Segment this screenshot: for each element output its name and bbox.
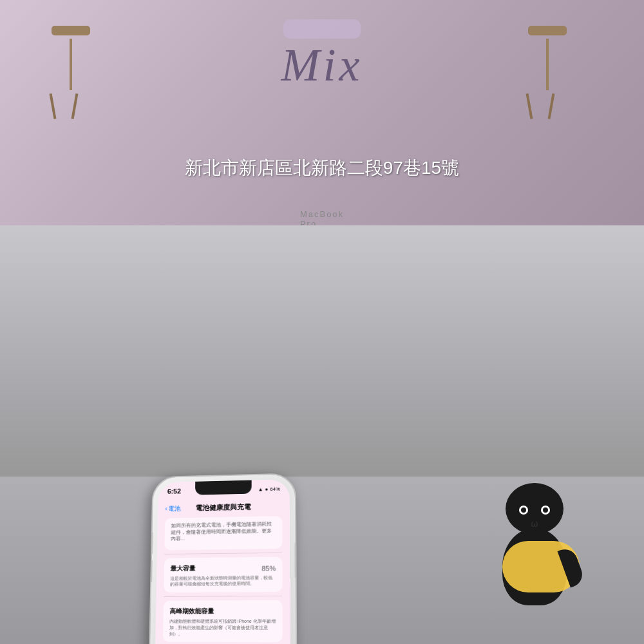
cat-ear-right: [535, 486, 551, 502]
signal-icon: ●: [265, 486, 268, 492]
scene-background: Mix 新北市新店區北新路二段97巷15號 MacBook Pro ~ ! @ …: [0, 0, 644, 644]
stool-right: [528, 26, 567, 116]
back-button[interactable]: ‹ 電池: [165, 504, 181, 513]
peak-performance-section: 高峰期效能容量 內建動態軟體和硬體系統可抵銷因 iPhone 化學年齡增加，對執…: [163, 600, 283, 643]
divider-1: [164, 552, 282, 554]
back-arrow-icon: ‹: [165, 506, 167, 512]
volume-button-2[interactable]: [149, 560, 153, 582]
store-name: Mix: [281, 39, 363, 92]
battery-percentage: 85%: [261, 564, 276, 572]
volume-button-1[interactable]: [150, 533, 153, 554]
battery-icon: 64%: [270, 486, 280, 492]
max-capacity-title: 最大容量: [170, 564, 195, 573]
max-capacity-desc: 這是相較於電池為全新狀態時測量的電池容量，較低的容量可能會縮短每次充電後的使用時…: [170, 574, 276, 588]
cat-eyes: [519, 506, 550, 515]
macbook-body: ~ ! @ # $ 5 ^ & * ( ) tab Q W E: [0, 225, 644, 644]
cat-body: [502, 528, 567, 605]
peak-performance-title: 高峰期效能容量: [169, 607, 276, 616]
back-label: 電池: [169, 504, 181, 513]
cat-mouth: ω: [531, 518, 538, 529]
cat-ear-left: [518, 486, 534, 502]
nav-bar: ‹ 電池 電池健康度與充電: [165, 502, 282, 513]
cat-eye-right: [541, 506, 550, 515]
status-icons: ▲ ● 64%: [258, 486, 280, 492]
wifi-icon: ▲: [258, 486, 263, 492]
battery-settings-screen: ‹ 電池 電池健康度與充電 如同所有的充電式電池，手機電池隨著消耗性組件，會隨著…: [153, 497, 291, 644]
cat-eye-left: [519, 506, 528, 515]
divider-2: [164, 596, 282, 597]
iphone-body: 6:52 ▲ ● 64% ‹ 電池: [146, 473, 298, 644]
cat-head: ω: [506, 483, 564, 535]
store-sign: Mix: [283, 19, 361, 39]
battery-description: 如同所有的充電式電池，手機電池隨著消耗性組件，會隨著使用時間而逐漸降低效能。更多…: [171, 521, 276, 542]
max-capacity-section: 最大容量 85% 這是相較於電池為全新狀態時測量的電池容量，較低的容量可能會縮短…: [164, 556, 282, 592]
nav-title: 電池健康度與充電: [196, 502, 251, 513]
iphone-notch: [195, 480, 252, 495]
iphone-screen: 6:52 ▲ ● 64% ‹ 電池: [153, 479, 291, 644]
stool-left: [52, 26, 90, 116]
cat-figurine: ω: [489, 477, 580, 605]
peak-performance-desc: 內建動態軟體和硬體系統可抵銷因 iPhone 化學年齡增加，對執行效能產生的影響…: [169, 618, 276, 638]
status-time: 6:52: [167, 488, 181, 495]
laptop-screen: Mix 新北市新店區北新路二段97巷15號 MacBook Pro: [0, 0, 644, 238]
address-text: 新北市新店區北新路二段97巷15號: [185, 156, 459, 180]
iphone: 6:52 ▲ ● 64% ‹ 電池: [146, 473, 298, 644]
description-section: 如同所有的充電式電池，手機電池隨著消耗性組件，會隨著使用時間而逐漸降低效能。更多…: [164, 516, 282, 550]
